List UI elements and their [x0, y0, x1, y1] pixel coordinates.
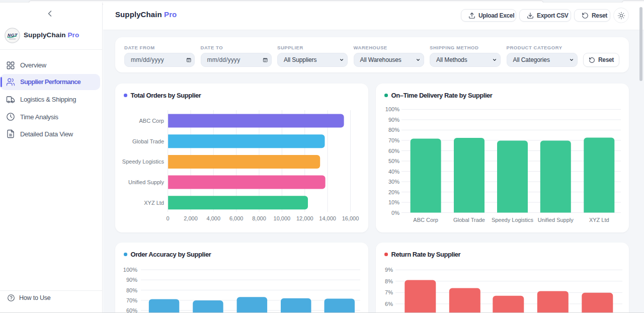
svg-text:ABC Corp: ABC Corp — [413, 217, 438, 223]
svg-text:XYZ Ltd: XYZ Ltd — [144, 200, 164, 206]
svg-text:Speedy Logistics: Speedy Logistics — [122, 159, 165, 165]
svg-text:0: 0 — [167, 215, 170, 221]
svg-text:30%: 30% — [388, 179, 399, 185]
svg-text:10,000: 10,000 — [274, 215, 291, 221]
svg-text:16,000: 16,000 — [342, 215, 359, 221]
svg-text:0%: 0% — [391, 210, 399, 216]
svg-text:8,000: 8,000 — [252, 215, 266, 221]
svg-text:40%: 40% — [388, 169, 399, 175]
svg-text:6%: 6% — [385, 301, 393, 307]
svg-text:90%: 90% — [388, 117, 399, 123]
svg-text:2,000: 2,000 — [184, 215, 198, 221]
svg-text:90%: 90% — [126, 277, 137, 283]
svg-text:80%: 80% — [126, 287, 137, 293]
svg-text:70%: 70% — [388, 137, 399, 143]
svg-text:Global Trade: Global Trade — [132, 138, 164, 144]
svg-text:100%: 100% — [385, 106, 399, 112]
svg-text:Unified Supply: Unified Supply — [538, 217, 574, 223]
svg-text:9%: 9% — [385, 267, 393, 273]
svg-text:60%: 60% — [388, 148, 399, 154]
svg-text:100%: 100% — [123, 267, 137, 273]
svg-text:4,000: 4,000 — [207, 215, 221, 221]
svg-text:80%: 80% — [388, 127, 399, 133]
svg-text:Speedy Logistics: Speedy Logistics — [492, 217, 534, 223]
svg-text:70%: 70% — [126, 297, 137, 303]
svg-text:7%: 7% — [385, 289, 393, 295]
svg-text:14,000: 14,000 — [319, 215, 336, 221]
svg-text:Global Trade: Global Trade — [453, 217, 485, 223]
svg-text:12,000: 12,000 — [296, 215, 313, 221]
svg-text:Unified Supply: Unified Supply — [128, 179, 164, 185]
svg-text:50%: 50% — [388, 158, 399, 164]
svg-text:XYZ Ltd: XYZ Ltd — [589, 217, 609, 223]
svg-text:ABC Corp: ABC Corp — [139, 118, 164, 124]
svg-text:6,000: 6,000 — [229, 215, 244, 221]
svg-text:8%: 8% — [385, 278, 393, 284]
svg-text:10%: 10% — [388, 199, 399, 205]
svg-text:20%: 20% — [388, 189, 399, 195]
